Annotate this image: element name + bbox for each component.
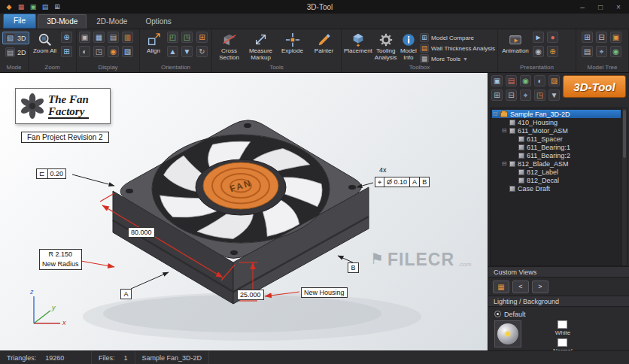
minimize-button[interactable]: –: [573, 3, 591, 11]
model-compare-button[interactable]: ⊞ Model Compare: [420, 33, 495, 42]
tree-item[interactable]: 611_Bearing:2: [492, 151, 621, 159]
fan-model[interactable]: FAN: [113, 120, 369, 304]
datum-b-flag[interactable]: B: [348, 262, 359, 273]
lighting-icon[interactable]: ◉: [108, 46, 119, 57]
record-icon[interactable]: ●: [547, 32, 558, 43]
transparency-icon[interactable]: ◐: [79, 46, 90, 57]
settings-icon[interactable]: ⊞: [53, 2, 62, 11]
animation-button[interactable]: Animation: [500, 32, 530, 55]
model-info-button[interactable]: Model Info: [400, 32, 418, 61]
mode-2d-button[interactable]: ▤ 2D: [2, 46, 29, 59]
cross-section-button[interactable]: Cross Section: [214, 32, 244, 61]
lighting-default-option[interactable]: Default: [494, 309, 623, 319]
shaded-edges-icon[interactable]: ▦: [93, 32, 105, 43]
zoom-window-icon[interactable]: ⊞: [61, 46, 72, 57]
expander-icon[interactable]: ⊟: [492, 111, 498, 117]
close-button[interactable]: ×: [609, 3, 627, 11]
wireframe-icon[interactable]: ▤: [108, 32, 119, 43]
perspective-icon[interactable]: ◳: [93, 46, 105, 57]
explode-button[interactable]: Explode: [278, 32, 307, 55]
show-all-icon[interactable]: ▣: [491, 75, 503, 86]
view-front-icon[interactable]: ◰: [167, 32, 178, 43]
filter-icon[interactable]: ▼: [548, 89, 560, 101]
watermark: ⚑ FILECR .com: [370, 250, 471, 268]
tree-locate-icon[interactable]: ⌖: [596, 46, 607, 57]
export-video-icon[interactable]: ⊕: [547, 46, 558, 57]
normal-swatch[interactable]: [558, 338, 567, 347]
tree-list-icon[interactable]: ▤: [582, 46, 593, 57]
print-icon[interactable]: ▤: [41, 2, 50, 11]
open-file-icon[interactable]: ▦: [17, 2, 26, 11]
tree-item[interactable]: 812_Decal: [492, 176, 621, 184]
zoom-all-button[interactable]: Zoom All: [31, 32, 59, 55]
placement-button[interactable]: Placement: [344, 32, 372, 55]
prev-view-button[interactable]: <: [512, 281, 529, 293]
expander-icon[interactable]: ⊟: [501, 160, 507, 167]
tree-item[interactable]: 410_Housing: [492, 118, 621, 126]
tree-item[interactable]: ⊟ 611_Motor_ASM: [492, 126, 621, 135]
file-menu-button[interactable]: File: [3, 14, 36, 29]
align-button[interactable]: Align: [142, 32, 165, 55]
view-bottom-icon[interactable]: ▼: [181, 46, 193, 57]
view-top-icon[interactable]: ▲: [167, 46, 178, 57]
background-white-option[interactable]: White: [553, 320, 573, 336]
position-fcf[interactable]: ⌖ Ø 0.10 A B: [375, 177, 430, 187]
wall-thickness-button[interactable]: ▤ Wall Thickness Analysis: [420, 44, 495, 53]
hide-part-icon[interactable]: ▤: [506, 75, 517, 86]
collapse-all-icon[interactable]: ⊟: [506, 89, 517, 101]
logo-fan-icon: [20, 93, 45, 119]
radio-icon[interactable]: [494, 311, 501, 317]
tree-expand-icon[interactable]: ⊞: [582, 32, 593, 43]
tree-root-item[interactable]: ⊟ Sample Fan_3D-2D: [492, 110, 621, 118]
tree-collapse-icon[interactable]: ⊟: [596, 32, 607, 43]
mode-3d-button[interactable]: ▧ 3D: [2, 32, 29, 44]
tooling-analysis-button[interactable]: Tooling Analysis: [375, 32, 397, 61]
locate-part-icon[interactable]: ⌖: [520, 89, 531, 101]
tab-options[interactable]: Options: [137, 15, 179, 29]
housing-note-label[interactable]: New Housing: [301, 287, 348, 298]
view-preset-button[interactable]: ▦: [493, 281, 509, 293]
tree-item[interactable]: 611_Bearing:1: [492, 143, 621, 151]
tree-item[interactable]: ⊟ 812_Blade_ASM: [492, 159, 621, 168]
tree-scrollbar[interactable]: [621, 108, 627, 265]
depth-dimension-label[interactable]: 25.000: [237, 290, 264, 300]
background-icon[interactable]: ▨: [122, 46, 133, 57]
tree-item[interactable]: 812_Label: [492, 168, 621, 176]
datum-a-flag[interactable]: A: [120, 289, 132, 299]
tree-settings-icon[interactable]: ◳: [534, 89, 545, 101]
3d-viewport[interactable]: FAN: [0, 73, 488, 350]
next-view-button[interactable]: >: [532, 281, 548, 293]
lighting-preview[interactable]: [494, 320, 521, 347]
tab-3d-mode[interactable]: 3D-Mode: [38, 14, 87, 29]
rotate-view-icon[interactable]: ↻: [196, 46, 208, 57]
expand-all-icon[interactable]: ⊞: [491, 89, 503, 101]
more-tools-button[interactable]: ▦ More Tools ▼: [420, 54, 495, 63]
hidden-line-icon[interactable]: ▥: [122, 32, 133, 43]
app-window: ◆ ▦ ▣ ▤ ⊞ 3D-Tool – □ × File 3D-Mode 2D-…: [0, 0, 629, 364]
expander-icon[interactable]: ⊟: [501, 127, 507, 134]
tree-cube-icon[interactable]: ▣: [610, 32, 621, 43]
shaded-view-icon[interactable]: ▣: [79, 32, 90, 43]
tree-item[interactable]: 611_Spacer: [492, 135, 621, 143]
width-dimension-label[interactable]: 80.000: [128, 227, 155, 238]
painter-button[interactable]: Painter: [309, 32, 339, 55]
view-iso-icon[interactable]: ⊞: [196, 32, 208, 43]
tree-item[interactable]: Case Draft: [492, 184, 621, 193]
view-back-icon[interactable]: ◳: [181, 32, 193, 43]
color-part-icon[interactable]: ▨: [548, 75, 560, 86]
radius-callout[interactable]: R 2.150 New Radius: [39, 249, 82, 270]
camera-icon[interactable]: ◉: [533, 46, 544, 57]
zoom-in-icon[interactable]: ⊕: [61, 32, 72, 43]
isolate-icon[interactable]: ◉: [520, 75, 531, 86]
maximize-button[interactable]: □: [591, 3, 609, 11]
measure-markup-button[interactable]: Measure Markup: [246, 32, 275, 61]
white-swatch[interactable]: [558, 320, 567, 329]
save-icon[interactable]: ▣: [29, 2, 38, 11]
play-icon[interactable]: ►: [533, 32, 544, 43]
scrollbar-thumb[interactable]: [623, 110, 626, 158]
surface-profile-fcf[interactable]: ⊏ 0.20: [36, 168, 66, 179]
tree-visibility-icon[interactable]: ◉: [610, 46, 621, 57]
revision-label[interactable]: Fan Project Revision 2: [21, 132, 109, 143]
tab-2d-mode[interactable]: 2D-Mode: [88, 15, 135, 29]
transparency-part-icon[interactable]: ◐: [534, 75, 545, 86]
